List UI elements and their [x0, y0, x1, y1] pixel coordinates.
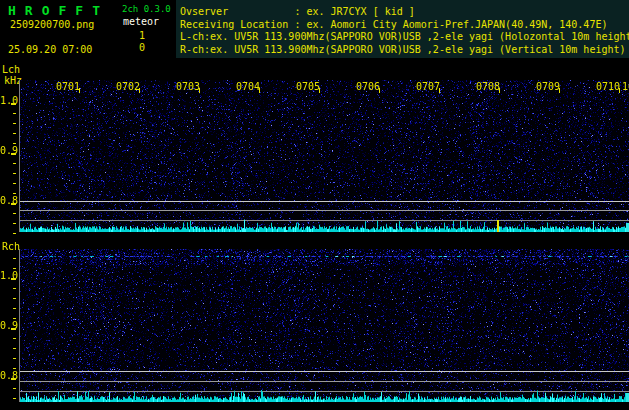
freq-minor-tick	[13, 348, 16, 349]
observation-datetime: 25.09.20 07:00	[8, 45, 92, 56]
freq-minor-tick	[13, 223, 16, 224]
lch-receiver-line: L-ch:ex. UV5R 113.900Mhz(SAPPORO VOR)USB…	[180, 31, 629, 44]
freq-minor-tick	[13, 338, 16, 339]
freq-major-tick	[11, 328, 16, 330]
freq-minor-tick	[13, 398, 16, 399]
rch-receiver-line: R-ch:ex. UV5R 113.900Mhz(SAPPORO VOR)USB…	[180, 44, 629, 57]
app-version: 2ch 0.3.0	[122, 5, 171, 14]
freq-major-tick	[11, 378, 16, 380]
lch-meteor-count: 1	[139, 31, 145, 42]
freq-minor-tick	[13, 143, 16, 144]
freq-minor-tick	[13, 193, 16, 194]
time-label: 0707	[416, 81, 441, 92]
time-label: 0710	[596, 81, 621, 92]
freq-minor-tick	[13, 368, 16, 369]
minute-tick	[499, 88, 500, 93]
observer-line: Ovserver : ex. JR7CYX [ kid ]	[180, 6, 629, 19]
freq-minor-tick	[13, 388, 16, 389]
freq-minor-tick	[13, 268, 16, 269]
minute-tick	[559, 88, 560, 93]
minute-tick	[139, 88, 140, 93]
time-label: 0705	[296, 81, 321, 92]
freq-minor-tick	[13, 213, 16, 214]
freq-minor-tick	[13, 123, 16, 124]
location-line: Receiving Location : ex. Aomori City Aom…	[180, 19, 629, 32]
freq-minor-tick	[13, 358, 16, 359]
freq-minor-tick	[13, 298, 16, 299]
minute-tick	[619, 88, 620, 93]
freq-minor-tick	[13, 258, 16, 259]
time-label: 0702	[116, 81, 141, 92]
freq-minor-tick	[13, 318, 16, 319]
output-filename: 2509200700.png	[10, 20, 94, 31]
freq-minor-tick	[13, 183, 16, 184]
app-title: HROFFT	[8, 4, 109, 18]
freq-major-tick	[11, 203, 16, 205]
freq-minor-tick	[13, 233, 16, 234]
minute-tick	[259, 88, 260, 93]
freq-minor-tick	[13, 133, 16, 134]
freq-major-tick	[11, 103, 16, 105]
hrofft-screen: HROFFT 2ch 0.3.0 2509200700.png meteor 1…	[0, 0, 629, 410]
meteor-counter-label: meteor	[123, 17, 159, 28]
time-label: 0708	[476, 81, 501, 92]
time-label: 0703	[176, 81, 201, 92]
minute-tick	[319, 88, 320, 93]
minute-tick	[439, 88, 440, 93]
time-label: 0709	[536, 81, 561, 92]
time-label: 0701	[56, 81, 81, 92]
observer-info-box: Ovserver : ex. JR7CYX [ kid ] Receiving …	[176, 0, 629, 58]
minute-tick	[199, 88, 200, 93]
rch-panel-label: Rch	[2, 242, 20, 253]
lch-spectrogram	[19, 80, 629, 232]
minute-tick	[79, 88, 80, 93]
freq-minor-tick	[13, 163, 16, 164]
freq-minor-tick	[13, 113, 16, 114]
minute-tick	[379, 88, 380, 93]
freq-minor-tick	[13, 308, 16, 309]
freq-major-tick	[11, 278, 16, 280]
freq-major-tick	[11, 153, 16, 155]
time-label: 0704	[236, 81, 261, 92]
time-label: 0706	[356, 81, 381, 92]
freq-minor-tick	[13, 173, 16, 174]
rch-spectrogram	[19, 249, 629, 402]
rch-meteor-count: 0	[139, 43, 145, 54]
lch-panel-label: Lch	[2, 65, 20, 76]
time-label-partial: 10	[622, 81, 629, 92]
freq-minor-tick	[13, 288, 16, 289]
